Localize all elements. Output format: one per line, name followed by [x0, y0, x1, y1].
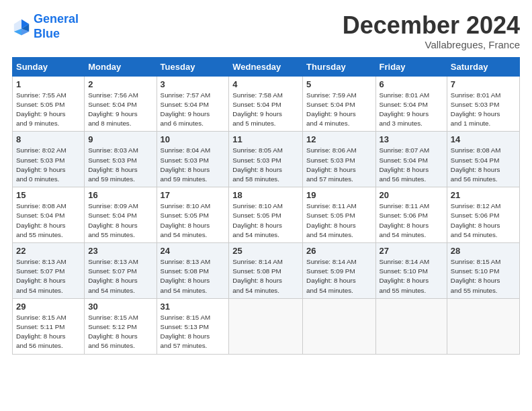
day-number: 19	[306, 190, 371, 200]
day-info: Sunrise: 8:10 AM Sunset: 5:05 PM Dayligh…	[232, 201, 299, 240]
calendar-cell: 20Sunrise: 8:11 AM Sunset: 5:06 PM Dayli…	[375, 187, 447, 243]
day-number: 15	[16, 190, 81, 200]
day-number: 5	[306, 79, 371, 89]
day-number: 2	[88, 79, 152, 89]
calendar-cell: 18Sunrise: 8:10 AM Sunset: 5:05 PM Dayli…	[229, 187, 303, 243]
day-info: Sunrise: 8:14 AM Sunset: 5:08 PM Dayligh…	[232, 257, 299, 295]
day-number: 1	[16, 79, 81, 89]
day-number: 21	[451, 190, 516, 200]
calendar-cell: 7Sunrise: 8:01 AM Sunset: 5:03 PM Daylig…	[447, 76, 519, 132]
day-info: Sunrise: 8:04 AM Sunset: 5:03 PM Dayligh…	[161, 146, 226, 184]
day-number: 27	[380, 246, 443, 256]
calendar-cell: 28Sunrise: 8:15 AM Sunset: 5:10 PM Dayli…	[447, 243, 519, 299]
day-info: Sunrise: 8:01 AM Sunset: 5:03 PM Dayligh…	[451, 91, 516, 129]
calendar-week-4: 22Sunrise: 8:13 AM Sunset: 5:07 PM Dayli…	[13, 243, 520, 299]
calendar-cell: 10Sunrise: 8:04 AM Sunset: 5:03 PM Dayli…	[157, 132, 229, 187]
day-number: 25	[232, 246, 299, 256]
day-info: Sunrise: 8:13 AM Sunset: 5:07 PM Dayligh…	[16, 257, 81, 295]
calendar-cell: 3Sunrise: 7:57 AM Sunset: 5:04 PM Daylig…	[157, 76, 229, 132]
day-info: Sunrise: 8:05 AM Sunset: 5:03 PM Dayligh…	[232, 146, 299, 184]
day-number: 16	[88, 190, 152, 200]
calendar-cell: 19Sunrise: 8:11 AM Sunset: 5:05 PM Dayli…	[303, 187, 375, 243]
day-number: 10	[161, 134, 226, 144]
day-info: Sunrise: 8:14 AM Sunset: 5:10 PM Dayligh…	[380, 257, 443, 295]
day-number: 11	[232, 134, 299, 144]
calendar-cell: 25Sunrise: 8:14 AM Sunset: 5:08 PM Dayli…	[229, 243, 303, 299]
weekday-header-monday: Monday	[85, 57, 157, 76]
day-info: Sunrise: 8:08 AM Sunset: 5:04 PM Dayligh…	[451, 146, 516, 184]
calendar-cell: 9Sunrise: 8:03 AM Sunset: 5:03 PM Daylig…	[85, 132, 157, 187]
calendar-cell: 27Sunrise: 8:14 AM Sunset: 5:10 PM Dayli…	[375, 243, 447, 299]
subtitle: Vallabregues, France	[343, 39, 520, 50]
day-info: Sunrise: 8:12 AM Sunset: 5:06 PM Dayligh…	[451, 201, 516, 240]
day-info: Sunrise: 8:14 AM Sunset: 5:09 PM Dayligh…	[306, 257, 371, 295]
day-number: 18	[232, 190, 299, 200]
weekday-header-tuesday: Tuesday	[157, 57, 229, 76]
calendar-cell	[375, 298, 447, 354]
day-number: 20	[380, 190, 443, 200]
day-info: Sunrise: 8:15 AM Sunset: 5:12 PM Dayligh…	[88, 313, 152, 351]
calendar-cell: 14Sunrise: 8:08 AM Sunset: 5:04 PM Dayli…	[447, 132, 519, 187]
day-number: 31	[161, 302, 226, 312]
calendar-cell: 5Sunrise: 7:59 AM Sunset: 5:04 PM Daylig…	[303, 76, 375, 132]
calendar-cell: 13Sunrise: 8:07 AM Sunset: 5:04 PM Dayli…	[375, 132, 447, 187]
logo-icon	[12, 17, 31, 36]
day-info: Sunrise: 7:57 AM Sunset: 5:04 PM Dayligh…	[161, 91, 226, 129]
calendar-cell	[229, 298, 303, 354]
weekday-header-thursday: Thursday	[303, 57, 375, 76]
calendar-cell	[303, 298, 375, 354]
day-info: Sunrise: 8:03 AM Sunset: 5:03 PM Dayligh…	[88, 146, 152, 184]
calendar-cell: 24Sunrise: 8:13 AM Sunset: 5:08 PM Dayli…	[157, 243, 229, 299]
day-number: 14	[451, 134, 516, 144]
calendar-cell: 12Sunrise: 8:06 AM Sunset: 5:03 PM Dayli…	[303, 132, 375, 187]
header: General Blue December 2024 Vallabregues,…	[12, 12, 520, 50]
calendar-cell: 1Sunrise: 7:55 AM Sunset: 5:05 PM Daylig…	[13, 76, 85, 132]
day-info: Sunrise: 8:15 AM Sunset: 5:13 PM Dayligh…	[161, 313, 226, 351]
calendar-cell: 22Sunrise: 8:13 AM Sunset: 5:07 PM Dayli…	[13, 243, 85, 299]
calendar-cell: 4Sunrise: 7:58 AM Sunset: 5:04 PM Daylig…	[229, 76, 303, 132]
day-info: Sunrise: 8:11 AM Sunset: 5:05 PM Dayligh…	[306, 201, 371, 240]
calendar-table: SundayMondayTuesdayWednesdayThursdayFrid…	[12, 57, 520, 355]
weekday-header-sunday: Sunday	[13, 57, 85, 76]
logo-text: General Blue	[34, 12, 79, 41]
day-number: 3	[161, 79, 226, 89]
calendar-week-2: 8Sunrise: 8:02 AM Sunset: 5:03 PM Daylig…	[13, 132, 520, 187]
month-title: December 2024	[343, 12, 520, 39]
day-info: Sunrise: 8:09 AM Sunset: 5:04 PM Dayligh…	[88, 201, 152, 240]
day-info: Sunrise: 8:15 AM Sunset: 5:10 PM Dayligh…	[451, 257, 516, 295]
day-info: Sunrise: 8:13 AM Sunset: 5:08 PM Dayligh…	[161, 257, 226, 295]
day-info: Sunrise: 7:59 AM Sunset: 5:04 PM Dayligh…	[306, 91, 371, 129]
calendar-cell: 6Sunrise: 8:01 AM Sunset: 5:04 PM Daylig…	[375, 76, 447, 132]
day-number: 13	[380, 134, 443, 144]
title-block: December 2024 Vallabregues, France	[343, 12, 520, 50]
day-info: Sunrise: 8:07 AM Sunset: 5:04 PM Dayligh…	[380, 146, 443, 184]
day-info: Sunrise: 8:08 AM Sunset: 5:04 PM Dayligh…	[16, 201, 81, 240]
calendar-header-row: SundayMondayTuesdayWednesdayThursdayFrid…	[13, 57, 520, 76]
calendar-cell: 15Sunrise: 8:08 AM Sunset: 5:04 PM Dayli…	[13, 187, 85, 243]
day-info: Sunrise: 7:55 AM Sunset: 5:05 PM Dayligh…	[16, 91, 81, 129]
calendar-cell: 31Sunrise: 8:15 AM Sunset: 5:13 PM Dayli…	[157, 298, 229, 354]
day-number: 28	[451, 246, 516, 256]
calendar-cell: 21Sunrise: 8:12 AM Sunset: 5:06 PM Dayli…	[447, 187, 519, 243]
calendar-cell: 30Sunrise: 8:15 AM Sunset: 5:12 PM Dayli…	[85, 298, 157, 354]
page: General Blue December 2024 Vallabregues,…	[0, 0, 532, 411]
day-info: Sunrise: 8:11 AM Sunset: 5:06 PM Dayligh…	[380, 201, 443, 240]
day-number: 23	[88, 246, 152, 256]
day-number: 26	[306, 246, 371, 256]
calendar-cell	[447, 298, 519, 354]
calendar-cell: 29Sunrise: 8:15 AM Sunset: 5:11 PM Dayli…	[13, 298, 85, 354]
calendar-cell: 26Sunrise: 8:14 AM Sunset: 5:09 PM Dayli…	[303, 243, 375, 299]
logo: General Blue	[12, 12, 79, 41]
weekday-header-wednesday: Wednesday	[229, 57, 303, 76]
day-info: Sunrise: 8:02 AM Sunset: 5:03 PM Dayligh…	[16, 146, 81, 184]
calendar-week-1: 1Sunrise: 7:55 AM Sunset: 5:05 PM Daylig…	[13, 76, 520, 132]
calendar-cell: 8Sunrise: 8:02 AM Sunset: 5:03 PM Daylig…	[13, 132, 85, 187]
day-number: 12	[306, 134, 371, 144]
calendar-cell: 16Sunrise: 8:09 AM Sunset: 5:04 PM Dayli…	[85, 187, 157, 243]
calendar-cell: 11Sunrise: 8:05 AM Sunset: 5:03 PM Dayli…	[229, 132, 303, 187]
day-info: Sunrise: 8:15 AM Sunset: 5:11 PM Dayligh…	[16, 313, 81, 351]
day-number: 8	[16, 134, 81, 144]
weekday-header-saturday: Saturday	[447, 57, 519, 76]
day-number: 24	[161, 246, 226, 256]
calendar-week-5: 29Sunrise: 8:15 AM Sunset: 5:11 PM Dayli…	[13, 298, 520, 354]
